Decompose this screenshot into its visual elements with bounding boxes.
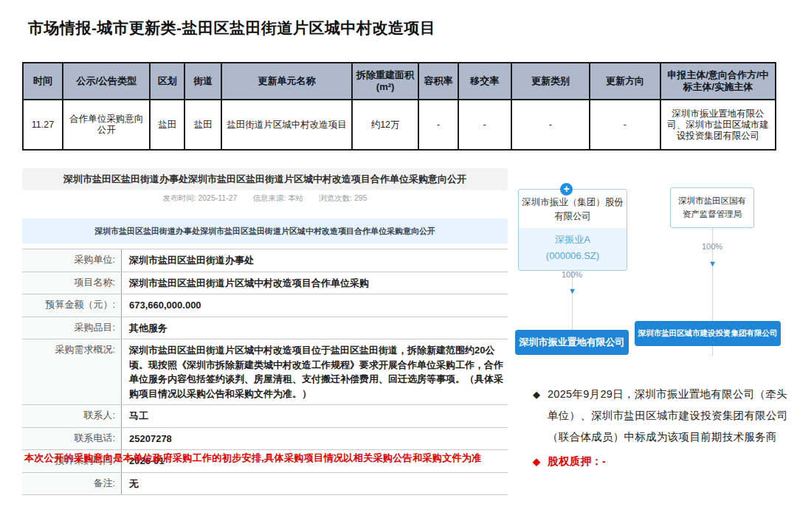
col-header-unit-name: 更新单元名称	[221, 63, 351, 100]
field-value: 无	[122, 473, 508, 495]
parent-company-right: 深圳市盐田区国有资产监督管理局	[670, 187, 754, 228]
summary-table-header-row: 时间 公示/公告类型 区划 街道 更新单元名称 拆除重建面积 (m²) 容积率 …	[23, 63, 776, 100]
field-label: 项目名称:	[22, 272, 122, 294]
cell-transfer-ratio: -	[458, 100, 511, 150]
equity-structure-chart: + 深圳市振业（集团）股份有限公司 深振业A (000006.SZ) 深圳市盐田…	[509, 176, 786, 360]
field-label: 采购需求概况:	[22, 339, 122, 404]
field-value: 深圳市盐田区盐田街道片区城中村改造项目位于盐田区盐田街道，拆除新建范围约20公顷…	[122, 339, 508, 404]
cell-plot-ratio: -	[418, 100, 458, 150]
share-percent-left: 100%	[550, 270, 594, 279]
page: 市场情报-城市更新类-盐田区盐田街道片区城中村改造项目 时间 公示/公告类型 区…	[0, 0, 797, 532]
field-row-purchaser: 采购单位: 深圳市盐田区盐田街道办事处	[22, 249, 508, 272]
parent-company-left: 深圳市振业（集团）股份有限公司 深振业A (000006.SZ)	[518, 189, 627, 271]
field-value: 深圳市盐田区盐田街道片区城中村改造项目合作单位采购	[122, 272, 508, 294]
cell-demolition-area: 约12万	[352, 100, 419, 150]
summary-table: 时间 公示/公告类型 区划 街道 更新单元名称 拆除重建面积 (m²) 容积率 …	[22, 62, 776, 151]
field-row-demand-overview: 采购需求概况: 深圳市盐田区盐田街道片区城中村改造项目位于盐田区盐田街道，拆除新…	[22, 339, 508, 405]
col-header-district: 区划	[150, 63, 184, 100]
view-count: 浏览次数: 295	[319, 193, 367, 202]
field-row-contact: 联系人: 马工	[22, 405, 508, 428]
child-company-left[interactable]: 深圳市振业置地有限公司	[515, 330, 629, 355]
stock-info: 深振业A (000006.SZ)	[519, 228, 627, 270]
diamond-bullet-icon: ◆	[533, 451, 548, 472]
field-value: 673,660,000.000	[122, 294, 508, 317]
col-header-time: 时间	[23, 63, 63, 100]
note-equity-pledge: ◆ 股权质押：-	[533, 451, 791, 472]
cell-street: 盐田	[184, 100, 221, 150]
disclaimer-text: 本次公开的采购意向是本单位政府采购工作的初步安排,具体采购项目情况以相关采购公告…	[24, 452, 511, 465]
cell-unit-name: 盐田街道片区城中村改造项目	[221, 100, 351, 150]
field-label: 备注:	[22, 473, 122, 495]
stock-code: (000006.SZ)	[520, 248, 625, 264]
field-label: 联系电话:	[22, 428, 122, 450]
field-row-category: 采购品目: 其他服务	[22, 317, 508, 340]
field-value: 马工	[122, 405, 508, 427]
notes-section: ◆ 2025年9月29日，深圳市振业置地有限公司（牵头单位）、深圳市盐田区城市建…	[533, 384, 791, 472]
cell-time: 11.27	[23, 100, 63, 150]
share-percent-right: 100%	[690, 242, 734, 251]
plus-icon[interactable]: +	[560, 183, 573, 196]
cell-notice-type: 合作单位采购意向公开	[63, 100, 150, 150]
info-source: 信息来源: 本站	[252, 193, 303, 202]
page-title: 市场情报-城市更新类-盐田区盐田街道片区城中村改造项目	[28, 18, 766, 38]
col-header-renewal-category: 更新类别	[511, 63, 590, 100]
connector-line-right	[712, 224, 713, 321]
field-label: 联系人:	[22, 405, 122, 427]
col-header-transfer-ratio: 移交率	[458, 63, 511, 100]
field-value: 深圳市盐田区盐田街道办事处	[122, 249, 508, 272]
arrow-down-icon: ▼	[568, 286, 576, 295]
field-value: 其他服务	[122, 317, 508, 339]
connector-stub-right	[712, 346, 713, 356]
company-name: 深圳市振业（集团）股份有限公司	[519, 190, 627, 228]
col-header-renewal-direction: 更新方向	[590, 63, 660, 100]
diamond-bullet-icon: ◆	[533, 384, 548, 405]
field-label: 预算金额（元）:	[22, 294, 122, 317]
publish-date: 发布时间: 2025-11-27	[163, 193, 238, 202]
note-award-text: 2025年9月29日，深圳市振业置地有限公司（牵头单位）、深圳市盐田区城市建设投…	[548, 384, 791, 448]
col-header-demolition-area: 拆除重建面积 (m²)	[352, 63, 419, 100]
field-row-budget: 预算金额（元）: 673,660,000.000	[22, 294, 508, 317]
note-award: ◆ 2025年9月29日，深圳市振业置地有限公司（牵头单位）、深圳市盐田区城市建…	[533, 384, 791, 448]
col-header-notice-type: 公示/公告类型	[63, 63, 150, 100]
col-header-subject: 申报主体/意向合作方/中标主体/实施主体	[660, 63, 776, 100]
note-equity-pledge-text: 股权质押：-	[548, 451, 791, 472]
cell-renewal-category: -	[511, 100, 590, 150]
announcement-meta: 发布时间: 2025-11-27 信息来源: 本站 浏览次数: 295	[22, 193, 508, 204]
announcement-title: 深圳市盐田区盐田街道办事处深圳市盐田区盐田街道片区城中村改造项目合作单位采购意向…	[22, 168, 508, 190]
child-company-right[interactable]: 深圳市盐田区城市建设投资集团有限公司	[635, 321, 781, 346]
field-row-remark: 备注: 无	[22, 473, 508, 495]
company-name: 深圳市盐田区国有资产监督管理局	[671, 188, 753, 227]
stock-name: 深振业A	[520, 232, 625, 248]
col-header-plot-ratio: 容积率	[418, 63, 458, 100]
field-row-project-name: 项目名称: 深圳市盐田区盐田街道片区城中村改造项目合作单位采购	[22, 272, 508, 295]
field-row-phone: 联系电话: 25207278	[22, 428, 508, 451]
field-label: 采购单位:	[22, 249, 122, 272]
table-row: 11.27 合作单位采购意向公开 盐田 盐田 盐田街道片区城中村改造项目 约12…	[23, 100, 776, 150]
field-label: 采购品目:	[22, 317, 122, 339]
cell-renewal-direction: -	[590, 100, 660, 150]
field-value: 25207278	[122, 428, 508, 450]
cell-subject: 深圳市振业置地有限公司、深圳市盐田区城市建设投资集团有限公司	[660, 100, 776, 150]
arrow-down-icon: ▼	[708, 259, 717, 268]
cell-district: 盐田	[150, 100, 184, 150]
col-header-street: 街道	[184, 63, 221, 100]
announcement-banner: 深圳市盐田区盐田街道办事处深圳市盐田区盐田街道片区城中村改造项目合作单位采购意向…	[22, 218, 508, 243]
